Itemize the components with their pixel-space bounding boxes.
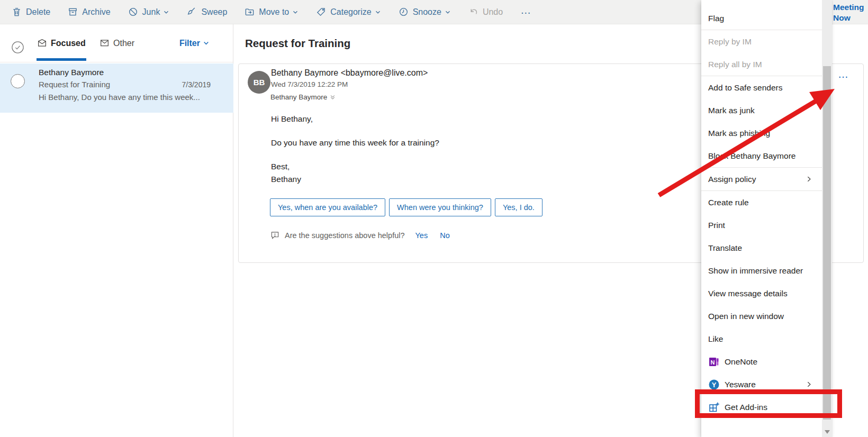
addins-icon xyxy=(708,402,720,413)
menu-item-view-message-details[interactable]: View message details xyxy=(701,282,822,305)
menu-item-open-in-new-window[interactable]: Open in new window xyxy=(701,305,822,327)
more-actions-menu: Flag Reply by IM Reply all by IM Add to … xyxy=(701,0,832,437)
broom-icon xyxy=(187,7,197,17)
filter-button[interactable]: Filter xyxy=(179,24,210,62)
mail-date: 7/3/2019 xyxy=(182,80,211,89)
undo-button[interactable]: Undo xyxy=(468,7,503,17)
undo-icon xyxy=(468,7,478,17)
tab-other[interactable]: Other xyxy=(100,24,134,62)
outlook-window: Delete Archive Junk Sweep xyxy=(0,0,868,437)
meeting-now-line1: Meeting xyxy=(833,2,864,13)
archive-button[interactable]: Archive xyxy=(68,7,110,17)
suggested-reply-button[interactable]: Yes, I do. xyxy=(495,198,542,216)
tag-icon xyxy=(316,7,326,17)
move-to-label: Move to xyxy=(259,7,289,17)
suggested-reply-button[interactable]: Yes, when are you available? xyxy=(270,198,385,216)
mail-preview: Hi Bethany, Do you have any time this we… xyxy=(39,93,224,102)
body-paragraph: Do you have any time this week for a tra… xyxy=(271,136,439,149)
message-sent-time: Wed 7/3/2019 12:22 PM xyxy=(271,80,348,88)
trash-icon xyxy=(12,7,22,17)
chevron-right-icon xyxy=(806,176,812,183)
mail-sender: Bethany Baymore xyxy=(39,68,104,77)
tab-focused-label: Focused xyxy=(51,39,86,48)
menu-item-reply-all-by-im[interactable]: Reply all by IM xyxy=(701,53,822,76)
svg-text:Y: Y xyxy=(712,380,717,388)
snooze-button[interactable]: Snooze xyxy=(399,7,451,17)
folder-move-icon xyxy=(245,7,255,17)
filter-label: Filter xyxy=(179,39,200,48)
message-list-header: Focused Other Filter xyxy=(0,24,233,62)
onenote-icon: N xyxy=(708,356,720,368)
message-body: Hi Bethany, Do you have any time this we… xyxy=(271,113,439,186)
suggested-reply-button[interactable]: When were you thinking? xyxy=(389,198,491,216)
menu-item-print[interactable]: Print xyxy=(701,214,822,236)
meeting-now-button[interactable]: Meeting Now xyxy=(833,2,864,23)
menu-item-add-to-safe-senders[interactable]: Add to Safe senders xyxy=(701,76,822,99)
scrollbar-down-arrow-icon[interactable] xyxy=(825,430,830,434)
svg-text:N: N xyxy=(711,359,715,365)
undo-label: Undo xyxy=(483,7,503,17)
menu-item-reply-by-im[interactable]: Reply by IM xyxy=(701,30,822,53)
menu-item-onenote[interactable]: N OneNote xyxy=(701,350,822,373)
feedback-no-link[interactable]: No xyxy=(440,231,450,240)
focused-inbox-icon xyxy=(37,38,47,48)
menu-item-yesware[interactable]: Y Yesware xyxy=(701,373,822,396)
toolbar-more-button[interactable]: … xyxy=(520,7,532,17)
tab-focused[interactable]: Focused xyxy=(37,24,86,62)
snooze-label: Snooze xyxy=(413,7,441,17)
chevron-down-icon xyxy=(445,9,451,15)
meeting-now-line2: Now xyxy=(833,13,864,23)
delete-label: Delete xyxy=(26,7,50,17)
select-all-icon[interactable] xyxy=(11,41,24,54)
body-paragraph: Hi Bethany, xyxy=(271,113,439,125)
menu-scrollbar-thumb[interactable] xyxy=(823,66,831,420)
junk-button[interactable]: Junk xyxy=(128,7,170,17)
menu-item-create-rule[interactable]: Create rule xyxy=(701,191,822,214)
blocked-icon xyxy=(128,7,138,17)
mail-select-radio[interactable] xyxy=(11,74,25,88)
chevron-down-icon xyxy=(292,9,299,15)
menu-item-get-add-ins[interactable]: Get Add-ins xyxy=(701,396,822,418)
sweep-button[interactable]: Sweep xyxy=(187,7,227,17)
clock-icon xyxy=(399,7,409,17)
tab-other-label: Other xyxy=(113,39,134,48)
message-list-panel: Focused Other Filter Bethany Baymore Req… xyxy=(0,24,233,437)
junk-label: Junk xyxy=(142,7,160,17)
message-more-actions-button[interactable]: … xyxy=(838,70,849,78)
move-to-button[interactable]: Move to xyxy=(245,7,299,17)
chevron-down-icon xyxy=(375,9,381,15)
double-chevron-down-icon xyxy=(330,94,336,100)
other-mail-icon xyxy=(100,38,110,48)
sweep-label: Sweep xyxy=(201,7,227,17)
archive-icon xyxy=(68,7,78,17)
menu-item-like[interactable]: Like xyxy=(701,327,822,350)
suggested-replies: Yes, when are you available? When were y… xyxy=(270,198,542,216)
delete-button[interactable]: Delete xyxy=(12,7,50,17)
feedback-yes-link[interactable]: Yes xyxy=(415,231,428,240)
body-paragraph: Best, xyxy=(271,160,439,173)
menu-item-show-in-immersive-reader[interactable]: Show in immersive reader xyxy=(701,259,822,282)
categorize-button[interactable]: Categorize xyxy=(316,7,381,17)
mail-list-item[interactable]: Bethany Baymore Request for Training 7/3… xyxy=(0,63,233,113)
feedback-bubble-icon xyxy=(270,231,279,240)
feedback-prompt: Are the suggestions above helpful? xyxy=(285,231,405,240)
categorize-label: Categorize xyxy=(330,7,371,17)
mail-subject: Request for Training xyxy=(39,80,110,89)
avatar: BB xyxy=(248,71,270,94)
archive-label: Archive xyxy=(82,7,110,17)
menu-item-translate[interactable]: Translate xyxy=(701,236,822,259)
focused-tab-underline xyxy=(37,58,86,61)
chevron-down-icon xyxy=(203,40,210,47)
message-from: Bethany Baymore <bbaymore@live.com> xyxy=(271,68,428,78)
menu-item-flag[interactable]: Flag xyxy=(701,7,822,30)
message-title: Request for Training xyxy=(245,37,350,50)
message-recipient: Bethany Baymore xyxy=(270,93,327,101)
menu-scrollbar[interactable] xyxy=(822,0,832,437)
chevron-down-icon xyxy=(163,9,169,15)
more-actions-menu-list: Flag Reply by IM Reply all by IM Add to … xyxy=(701,0,822,418)
menu-item-mark-as-junk[interactable]: Mark as junk xyxy=(701,99,822,122)
menu-item-block-sender[interactable]: Block Bethany Baymore xyxy=(701,144,822,167)
menu-item-assign-policy[interactable]: Assign policy xyxy=(701,168,822,190)
message-recipient-expander[interactable]: Bethany Baymore xyxy=(270,93,336,101)
menu-item-mark-as-phishing[interactable]: Mark as phishing xyxy=(701,122,822,144)
